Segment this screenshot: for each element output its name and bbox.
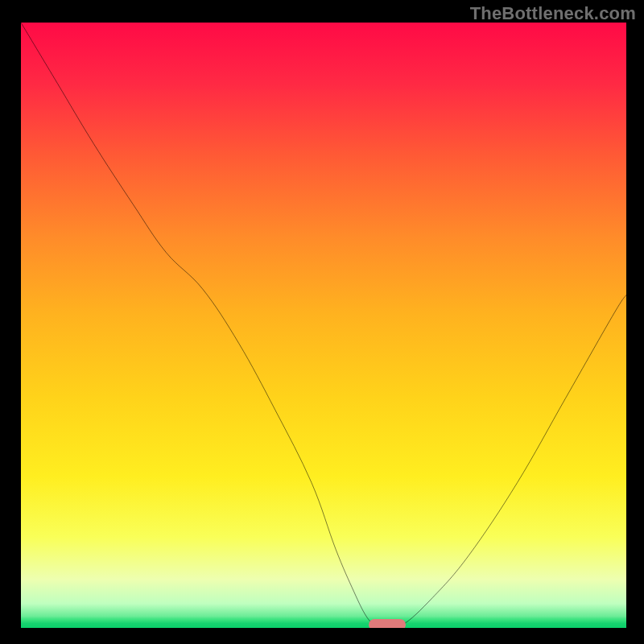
plot-area [21, 23, 626, 628]
optimal-marker [369, 619, 406, 628]
watermark-text: TheBottleneck.com [470, 3, 636, 24]
bottleneck-curve [21, 23, 626, 628]
chart-frame: TheBottleneck.com [0, 0, 644, 644]
